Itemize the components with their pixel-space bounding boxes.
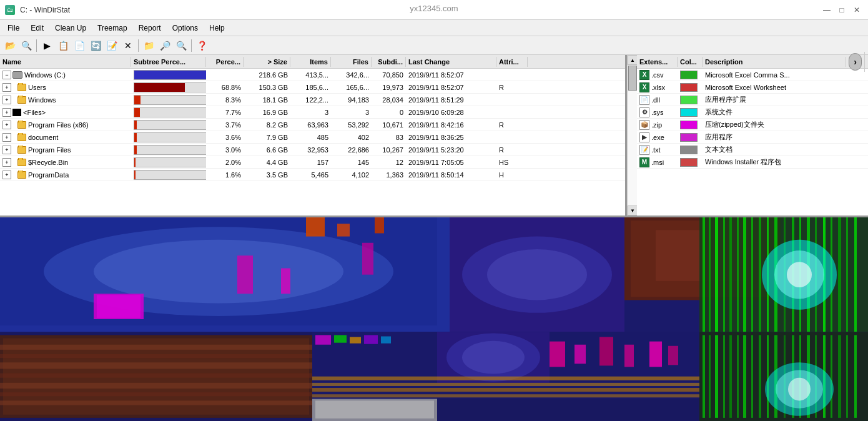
- toolbar-refresh[interactable]: 🔄: [88, 38, 103, 53]
- menu-report[interactable]: Report: [134, 22, 166, 34]
- tree-cell-perce: 7.7%: [206, 109, 244, 116]
- menu-help[interactable]: Help: [204, 22, 230, 34]
- col-header-subdi[interactable]: Subdi...: [372, 57, 406, 67]
- close-button[interactable]: ✕: [851, 4, 863, 16]
- svg-point-64: [462, 341, 525, 374]
- col-header-name[interactable]: Name: [0, 57, 131, 67]
- svg-rect-18: [709, 217, 711, 332]
- maximize-button[interactable]: □: [836, 4, 848, 16]
- col-header-subtree[interactable]: Subtree Perce...: [131, 57, 206, 67]
- ext-cell-color: [678, 96, 703, 104]
- ext-label: .csv: [651, 71, 664, 79]
- tree-cell-subtree: 1.6%: [131, 170, 206, 180]
- col-header-lastchange[interactable]: Last Change: [406, 57, 496, 67]
- toolbar-delete[interactable]: ✕: [121, 38, 136, 53]
- color-swatch: [680, 108, 698, 117]
- toolbar-edit[interactable]: 📝: [104, 38, 119, 53]
- toolbar-open[interactable]: 📂: [2, 38, 17, 53]
- folder-icon: [17, 134, 26, 141]
- tree-cell-name-text: document: [28, 134, 58, 141]
- svg-rect-90: [854, 335, 857, 417]
- expand-icon[interactable]: +: [2, 158, 11, 167]
- col-header-attri[interactable]: Attri...: [496, 57, 528, 67]
- menu-edit[interactable]: Edit: [26, 22, 49, 34]
- tree-cell-subtree: 68.8%: [131, 82, 206, 92]
- tree-row[interactable]: +Program Files3.0%3.0%6.6 GB32,95322,686…: [0, 144, 625, 156]
- svg-rect-76: [743, 335, 746, 417]
- tree-row[interactable]: +<Files>7.7%7.7%16.9 GB3302019/9/10 6:09…: [0, 106, 625, 119]
- scroll-track[interactable]: [628, 65, 637, 206]
- menu-cleanup[interactable]: Clean Up: [50, 22, 91, 34]
- tree-body[interactable]: −Windows (C:)[0:38 s]218.6 GB413,5...342…: [0, 69, 625, 215]
- toolbar-folder[interactable]: 📁: [141, 38, 156, 53]
- tree-scrollbar[interactable]: ▲ ▼: [627, 55, 637, 215]
- tree-row[interactable]: +ProgramData1.6%1.6%3.5 GB5,4654,1021,36…: [0, 169, 625, 181]
- ext-row[interactable]: ▶.exe应用程序: [637, 131, 868, 144]
- svg-rect-19: [715, 217, 718, 332]
- col-header-size[interactable]: > Size: [244, 57, 290, 67]
- svg-rect-95: [575, 345, 586, 364]
- tree-cell-perce: 3.0%: [206, 146, 244, 154]
- ext-row[interactable]: 📝.txt文本文档: [637, 144, 868, 156]
- ext-col-header-desc[interactable]: Description: [703, 57, 846, 67]
- ext-col-header-color[interactable]: Col...: [678, 57, 703, 67]
- expand-icon[interactable]: +: [2, 96, 11, 104]
- tree-row[interactable]: +$Recycle.Bin2.0%2.0%4.4 GB157145122019/…: [0, 156, 625, 169]
- scroll-up[interactable]: ▲: [628, 55, 638, 65]
- scroll-down[interactable]: ▼: [628, 206, 638, 215]
- tree-row[interactable]: −Windows (C:)[0:38 s]218.6 GB413,5...342…: [0, 69, 625, 81]
- tree-cell-files: 22,686: [331, 146, 372, 154]
- expand-icon[interactable]: +: [2, 83, 11, 92]
- expand-icon[interactable]: +: [2, 108, 11, 117]
- menu-options[interactable]: Options: [167, 22, 203, 34]
- toolbar-play[interactable]: ▶: [39, 38, 54, 53]
- toolbar-doc[interactable]: 📄: [72, 38, 87, 53]
- tree-cell-perce: 8.3%: [206, 96, 244, 104]
- menu-treemap[interactable]: Treemap: [92, 22, 132, 34]
- tree-cell-name-text: Program Files (x86): [28, 121, 89, 129]
- expand-icon[interactable]: +: [2, 171, 11, 179]
- folder-icon: [17, 146, 26, 154]
- tree-row[interactable]: +document3.6%3.6%7.9 GB485402832019/9/11…: [0, 131, 625, 144]
- tree-row[interactable]: +Windows8.3%8.3%18.1 GB122,2...94,18328,…: [0, 94, 625, 106]
- expand-icon[interactable]: −: [2, 71, 11, 79]
- tree-cell-lastchange: 2019/9/10 6:09:28: [406, 109, 496, 116]
- col-header-items[interactable]: Items: [290, 57, 331, 67]
- toolbar-zoom-out[interactable]: 🔍: [174, 38, 189, 53]
- expand-icon[interactable]: +: [2, 133, 11, 142]
- toolbar-help[interactable]: ❓: [194, 38, 209, 53]
- toolbar-scan[interactable]: 🔍: [19, 38, 34, 53]
- ext-col-header-ext[interactable]: Extens...: [637, 57, 678, 67]
- ext-row[interactable]: 📄.dll应用程序扩展: [637, 94, 868, 106]
- col-header-perce[interactable]: Perce...: [206, 57, 244, 67]
- ext-label: .dll: [651, 96, 660, 104]
- ext-row[interactable]: M.msiWindows Installer 程序包: [637, 156, 868, 169]
- ext-body[interactable]: X.csvMicrosoft Excel Comma S...X.xlsxMic…: [637, 69, 868, 215]
- ext-file-icon: ⚙: [639, 107, 649, 117]
- scroll-thumb[interactable]: [628, 66, 637, 91]
- svg-rect-51: [0, 383, 312, 389]
- ext-row[interactable]: ⚙.sys系统文件: [637, 106, 868, 119]
- ext-scroll-right[interactable]: ›: [849, 53, 862, 71]
- minimize-button[interactable]: —: [821, 4, 833, 16]
- tree-row[interactable]: +Users68.8%68.8%150.3 GB185,6...165,6...…: [0, 81, 625, 94]
- folder-icon: [17, 121, 26, 129]
- tree-cell-items: 5,465: [290, 171, 331, 179]
- tree-cell-lastchange: 2019/9/11 8:51:29: [406, 96, 496, 104]
- col-header-files[interactable]: Files: [331, 57, 372, 67]
- ext-row[interactable]: X.xlsxMicrosoft Excel Worksheet: [637, 81, 868, 94]
- toolbar-copy[interactable]: 📋: [56, 38, 71, 53]
- ext-row[interactable]: 📦.zip压缩(zipped)文件夹: [637, 119, 868, 131]
- expand-icon[interactable]: +: [2, 146, 11, 154]
- treemap-area[interactable]: [0, 217, 868, 421]
- ext-row[interactable]: X.csvMicrosoft Excel Comma S...: [637, 69, 868, 81]
- tree-row[interactable]: +Program Files (x86)3.7%3.7%8.2 GB63,963…: [0, 119, 625, 131]
- toolbar-zoom-in[interactable]: 🔎: [157, 38, 172, 53]
- svg-rect-60: [364, 335, 378, 344]
- tree-cell-name: +document: [0, 133, 131, 142]
- top-pane: Name Subtree Perce... Perce... > Size It…: [0, 55, 868, 217]
- expand-icon[interactable]: +: [2, 121, 11, 129]
- tree-cell-size: 8.2 GB: [244, 121, 290, 129]
- menu-file[interactable]: File: [2, 22, 24, 34]
- svg-rect-77: [751, 335, 753, 417]
